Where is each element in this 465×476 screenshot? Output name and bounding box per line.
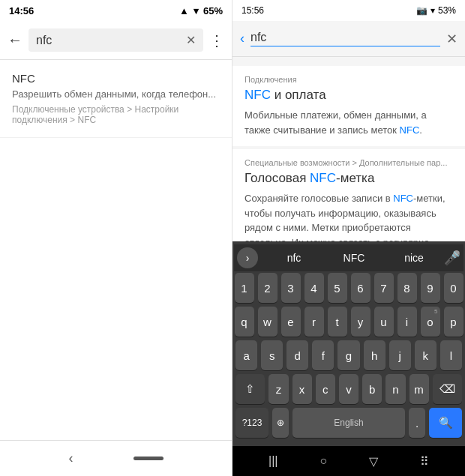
key-b[interactable]: b [362,374,382,404]
key-z[interactable]: z [268,374,288,404]
key-c[interactable]: c [316,374,335,404]
key-s[interactable]: s [261,340,283,370]
key-r[interactable]: r [304,307,324,337]
left-bottom-nav: ‹ [0,440,232,476]
left-time: 14:56 [9,5,34,16]
key-j[interactable]: j [389,340,411,370]
right-search-bar: ‹ nfc ✕ [232,21,465,57]
left-result-path: Подключенные устройства > Настройки подк… [12,104,220,125]
left-signal-icon: ▲ [179,5,189,16]
suggestion-nfc-upper[interactable]: NFC [324,252,384,264]
suggestion-nfc-lower[interactable]: nfc [264,252,324,264]
key-period[interactable]: . [409,408,425,438]
key-l[interactable]: l [440,340,462,370]
key-row-numbers: 1 2 3 4 5 6 7 8 9 0 [234,273,464,303]
left-result-description: Разрешить обмен данными, когда телефон..… [12,88,220,101]
key-u[interactable]: u [374,307,394,337]
key-globe[interactable]: ⊕ [272,408,289,438]
right-back-button[interactable]: ‹ [240,31,244,46]
result-category-2: Специальные возможности > Дополнительные… [244,158,453,167]
result-title-highlight-1: NFC [244,88,271,102]
left-nav-home[interactable] [134,457,164,460]
key-8[interactable]: 8 [398,273,417,303]
key-1[interactable]: 1 [235,273,254,303]
left-search-query: nfc [36,34,180,47]
result-body-highlight-2: NFC [393,193,413,204]
keyboard: › nfc NFC nice 🎤 1 2 3 4 5 6 7 8 9 0 [232,241,465,446]
suggestion-nice[interactable]: nice [384,252,444,264]
key-o[interactable]: o5 [421,307,440,337]
key-row-asdf: a s d f g h j k l [234,340,464,370]
right-results-list: Подключения NFC и оплата Мобильные плате… [232,57,465,241]
result-title-2: Голосовая NFC-метка [244,170,453,187]
left-more-button[interactable]: ⋮ [209,31,224,49]
left-result-item[interactable]: NFC Разрешить обмен данными, когда телеф… [0,60,232,138]
key-shift[interactable]: ⇧ [236,374,265,404]
key-9[interactable]: 9 [421,273,440,303]
left-battery: 65% [203,5,223,16]
right-search-query[interactable]: nfc [250,31,440,46]
key-w[interactable]: w [258,307,278,337]
left-nav-back[interactable]: ‹ [69,451,74,466]
right-nav-back[interactable]: ||| [268,454,278,468]
key-k[interactable]: k [415,340,436,370]
keyboard-rows: 1 2 3 4 5 6 7 8 9 0 q w e r t y u i [234,271,464,443]
key-backspace[interactable]: ⌫ [433,374,462,404]
key-sym[interactable]: ?123 [236,408,268,438]
key-search[interactable]: 🔍 [429,408,462,438]
right-bottom-nav: ||| ○ ▽ ⠿ [232,446,465,476]
key-i[interactable]: i [398,307,417,337]
key-a[interactable]: a [236,340,257,370]
left-back-button[interactable]: ← [8,31,22,49]
right-wifi-icon: ▾ [430,5,435,16]
key-p[interactable]: p [444,307,464,337]
result-body-2: Сохраняйте голосовые записи в NFC-метки,… [244,191,453,241]
left-clear-button[interactable]: ✕ [186,33,196,47]
key-row-zxcv: ⇧ z x c v b n m ⌫ [234,374,464,404]
mic-icon[interactable]: 🎤 [444,250,460,266]
key-g[interactable]: g [338,340,359,370]
right-status-bar: 15:56 📷 ▾ 53% [232,0,465,21]
key-q[interactable]: q [235,307,254,337]
key-x[interactable]: x [292,374,312,404]
key-v[interactable]: v [339,374,358,404]
key-e[interactable]: e [281,307,301,337]
key-d[interactable]: d [286,340,308,370]
key-7[interactable]: 7 [374,273,394,303]
suggestion-expand-button[interactable]: › [237,247,258,268]
result-category-1: Подключения [244,75,453,84]
key-h[interactable]: h [364,340,386,370]
right-screenshot-icon: 📷 [416,5,428,16]
right-nav-apps[interactable]: ⠿ [420,454,429,469]
left-result-title: NFC [12,72,220,85]
right-close-button[interactable]: ✕ [446,31,458,47]
key-y[interactable]: y [351,307,370,337]
key-n[interactable]: n [386,374,405,404]
key-4[interactable]: 4 [304,273,324,303]
result-body-1: Мобильные платежи, обмен данными, а такж… [244,108,453,137]
keyboard-suggestions: › nfc NFC nice 🎤 [234,244,464,271]
key-f[interactable]: f [312,340,334,370]
key-6[interactable]: 6 [351,273,370,303]
left-wifi-icon: ▾ [194,5,199,16]
key-t[interactable]: t [328,307,347,337]
key-2[interactable]: 2 [258,273,278,303]
right-result-card-1[interactable]: Подключения NFC и оплата Мобильные плате… [232,66,465,146]
key-m[interactable]: m [410,374,429,404]
left-search-input-container[interactable]: nfc ✕ [28,28,203,52]
right-nav-home[interactable]: ○ [320,454,327,468]
key-row-qwerty: q w e r t y u i o5 p [234,307,464,337]
left-search-bar: ← nfc ✕ ⋮ [0,21,232,60]
right-time: 15:56 [242,5,264,16]
key-5[interactable]: 5 [328,273,347,303]
left-status-bar: 14:56 ▲ ▾ 65% [0,0,232,21]
key-0[interactable]: 0 [444,273,464,303]
key-row-bottom: ?123 ⊕ English . 🔍 [234,408,464,438]
right-nav-recent[interactable]: ▽ [369,454,378,469]
right-result-card-2[interactable]: Специальные возможности > Дополнительные… [232,149,465,241]
left-panel: 14:56 ▲ ▾ 65% ← nfc ✕ ⋮ NFC Разрешить об… [0,0,232,476]
key-3[interactable]: 3 [281,273,301,303]
result-title-1: NFC и оплата [244,87,453,103]
key-space[interactable]: English [292,408,405,438]
left-status-icons: ▲ ▾ 65% [179,5,223,16]
